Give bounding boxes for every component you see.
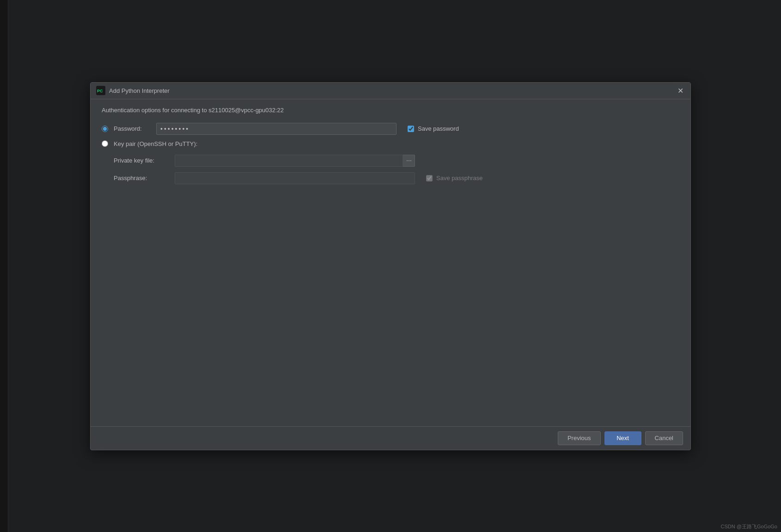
svg-text:PC: PC bbox=[97, 89, 103, 93]
cancel-button[interactable]: Cancel bbox=[645, 431, 683, 445]
password-radio-label: Password: bbox=[114, 125, 151, 132]
password-row: Password: Save password bbox=[102, 123, 679, 135]
previous-button[interactable]: Previous bbox=[558, 431, 601, 445]
private-key-input-wrapper: ⋯ bbox=[175, 155, 415, 167]
save-passphrase-group: Save passphrase bbox=[426, 175, 482, 181]
passphrase-label: Passphrase: bbox=[114, 175, 169, 181]
watermark: CSDN @王路飞GoGoGo bbox=[721, 523, 777, 530]
passphrase-input-wrapper bbox=[175, 172, 415, 184]
passphrase-row: Passphrase: Save passphrase bbox=[114, 172, 679, 184]
title-bar: PC Add Python Interpreter ✕ bbox=[91, 83, 690, 99]
next-button[interactable]: Next bbox=[604, 431, 641, 445]
dialog-title: Add Python Interpreter bbox=[109, 87, 170, 94]
content-spacer bbox=[102, 190, 679, 421]
private-key-label: Private key file: bbox=[114, 157, 169, 164]
save-passphrase-checkbox[interactable] bbox=[426, 175, 433, 181]
browse-icon: ⋯ bbox=[406, 157, 412, 164]
private-key-input[interactable] bbox=[175, 155, 403, 167]
browse-button[interactable]: ⋯ bbox=[403, 155, 415, 167]
connection-subtitle: Authentication options for connecting to… bbox=[102, 107, 679, 114]
dialog-footer: Previous Next Cancel bbox=[91, 426, 690, 450]
save-password-checkbox[interactable] bbox=[408, 126, 414, 132]
password-radio[interactable] bbox=[102, 126, 108, 132]
keypair-radio[interactable] bbox=[102, 140, 108, 147]
keypair-row: Key pair (OpenSSH or PuTTY): bbox=[102, 140, 679, 147]
dialog-body: Authentication options for connecting to… bbox=[91, 99, 690, 426]
password-input[interactable] bbox=[156, 123, 397, 135]
passphrase-input[interactable] bbox=[175, 172, 415, 184]
save-password-label: Save password bbox=[418, 125, 459, 132]
private-key-row: Private key file: ⋯ bbox=[114, 155, 679, 167]
keypair-radio-label: Key pair (OpenSSH or PuTTY): bbox=[114, 140, 197, 147]
app-icon: PC bbox=[96, 86, 105, 95]
add-interpreter-dialog: PC Add Python Interpreter ✕ Authenticati… bbox=[90, 82, 691, 450]
title-bar-left: PC Add Python Interpreter bbox=[96, 86, 170, 95]
save-password-group: Save password bbox=[408, 125, 459, 132]
close-button[interactable]: ✕ bbox=[676, 86, 685, 95]
auth-section: Password: Save password Key pair (OpenSS… bbox=[102, 123, 679, 190]
save-passphrase-label: Save passphrase bbox=[436, 175, 482, 181]
